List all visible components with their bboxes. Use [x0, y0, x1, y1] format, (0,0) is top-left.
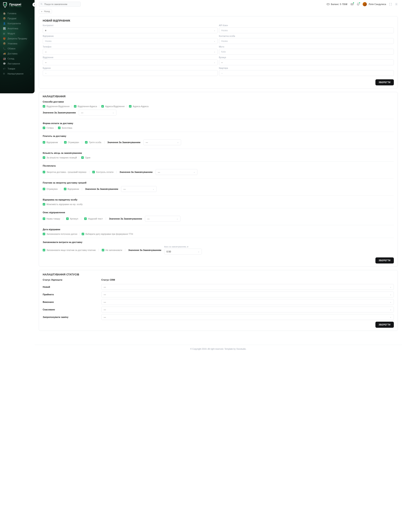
checkbox[interactable]: Наданий текст: [84, 217, 103, 220]
status-select[interactable]: ---⌄: [101, 284, 394, 290]
checkbox[interactable]: Отримувач: [64, 141, 79, 144]
card-status-settings: НАЛАШТУВАННЯ СТАТУСІВ Статус Укрпошти Ст…: [39, 270, 398, 331]
checkbox-label: Адреса-Адреса: [133, 105, 148, 108]
avatar: [363, 2, 367, 6]
sidebar-item-3[interactable]: 📊Аналітика: [0, 26, 35, 31]
branch-select[interactable]: --⌄: [43, 59, 218, 65]
sidebar-item-11[interactable]: 🏷Товари⌄: [0, 66, 35, 71]
default-select[interactable]: ---⌄: [121, 186, 157, 192]
sidebar-item-4[interactable]: ▦Модулі: [0, 31, 35, 36]
delivery-default-select[interactable]: ---⌄: [79, 110, 116, 115]
status-select[interactable]: ---⌄: [101, 299, 394, 305]
default-label: Значення За Замовчуванням: [128, 249, 161, 251]
sidebar-item-2[interactable]: 👤Контрагенти: [0, 21, 35, 26]
search-wrap: [39, 2, 81, 7]
sidebar-item-6[interactable]: 📦Упаковка⌄: [0, 41, 35, 46]
checkbox[interactable]: Зворотна доставка - грошовий переказ: [43, 171, 86, 173]
checkbox[interactable]: За кількістю товарних позицій: [43, 156, 77, 159]
bell-icon[interactable]: [357, 3, 360, 6]
sidebar-item-5[interactable]: 🎁Джерела Продажу: [0, 36, 35, 41]
checkbox[interactable]: Одне: [81, 156, 90, 159]
nav-label: Продажі: [7, 17, 28, 20]
checkbox[interactable]: Готівка: [43, 127, 54, 129]
field-label: Контактна особа: [219, 35, 394, 37]
check-icon: [82, 233, 84, 235]
sidebar-item-8[interactable]: 🚚Доставка⌄: [0, 51, 35, 56]
save-button[interactable]: ЗБЕРЕГТИ: [375, 322, 394, 328]
logo[interactable]: Продажі Є CRM – є Продажі: [0, 0, 35, 10]
checkbox[interactable]: Відділення-Відділення: [43, 105, 70, 108]
checkbox[interactable]: Відділення-Адреса: [74, 105, 97, 108]
checkbox[interactable]: Відправник: [43, 141, 58, 144]
checkbox[interactable]: Заповнювати поточною датою: [43, 233, 77, 235]
description-header: Опис відправлення: [39, 211, 398, 216]
city-input[interactable]: Київ: [219, 49, 394, 55]
sidebar-item-9[interactable]: 🏭Склад⌄: [0, 56, 35, 61]
separator: [61, 188, 61, 190]
contact-input[interactable]: Назва: [219, 38, 394, 44]
checkbox[interactable]: Відправник: [64, 188, 79, 190]
weight-select[interactable]: 0.50⌄: [164, 249, 202, 254]
status-select[interactable]: ---⌄: [101, 291, 394, 298]
user-menu[interactable]: Лілія Сандулеса: [363, 2, 386, 6]
settings-icon[interactable]: [395, 3, 398, 6]
status-select[interactable]: ---⌄: [101, 314, 394, 320]
sidebar-item-0[interactable]: 🏠Головна: [0, 11, 35, 16]
checkbox[interactable]: Третя особа: [85, 141, 101, 144]
check-icon: [74, 105, 77, 108]
sidebar-item-7[interactable]: 📞Обзвон: [0, 46, 35, 51]
apartment-input[interactable]: --: [219, 70, 394, 76]
checkbox[interactable]: Можливість відправки на юр. особу: [43, 203, 83, 206]
checkbox[interactable]: Контроль оплати: [92, 171, 113, 173]
checkbox-label: Зворотна доставка - грошовий переказ: [46, 171, 86, 173]
checkbox-label: Відділення-Адреса: [78, 105, 97, 108]
checkbox-label: Відправник: [46, 141, 58, 144]
nav-icon: ⚙: [3, 72, 6, 75]
default-select[interactable]: ---⌄: [143, 139, 181, 145]
building-input[interactable]: --: [43, 70, 218, 76]
checkbox[interactable]: Не заповнювати: [102, 249, 122, 251]
checkbox[interactable]: Адреса-Адреса: [129, 105, 148, 108]
default-select[interactable]: ---⌄: [145, 216, 180, 222]
sender-select[interactable]: Назва⌄: [43, 38, 218, 44]
nav-icon: 💬: [3, 62, 6, 65]
checkbox-label: За кількістю товарних позицій: [46, 156, 77, 159]
default-label: Значення За Замовчуванням: [43, 111, 76, 114]
sidebar-item-10[interactable]: 💬Листування⌄: [0, 61, 35, 66]
api_key-input[interactable]: Назва: [219, 27, 394, 33]
mail-icon[interactable]: [351, 3, 354, 6]
checkbox[interactable]: Отримувач: [43, 188, 58, 190]
default-select[interactable]: ---⌄: [156, 169, 198, 175]
save-button[interactable]: ЗБЕРЕГТИ: [375, 79, 394, 85]
balance[interactable]: Баланс: 5 700₴: [327, 3, 348, 6]
sidebar-item-1[interactable]: 📦Продажі⌄: [0, 16, 35, 21]
separator: [99, 249, 99, 251]
checkbox[interactable]: Адреса-Відділення: [101, 105, 125, 108]
phone-select[interactable]: --⌄: [43, 49, 218, 55]
checkbox[interactable]: Артикул: [66, 217, 78, 220]
street-input[interactable]: --: [219, 59, 394, 65]
nav-icon: 📦: [3, 17, 6, 20]
checkbox[interactable]: Заповнювати якщо платник за доставку пла…: [43, 249, 96, 251]
status-select[interactable]: ---⌄: [101, 307, 394, 312]
sidebar-collapse-button[interactable]: [32, 2, 37, 7]
back-button[interactable]: Назад: [39, 9, 52, 14]
separator: [82, 141, 82, 144]
save-button[interactable]: ЗБЕРЕГТИ: [375, 257, 394, 264]
sidebar: Продажі Є CRM – є Продажі 🏠Головна📦Прода…: [0, 0, 35, 93]
checkbox-label: Заповнювати поточною датою: [46, 233, 77, 235]
separator: [82, 188, 82, 190]
check-icon: [84, 217, 87, 220]
fullscreen-icon[interactable]: [389, 3, 392, 6]
separator: [61, 141, 61, 144]
checkbox[interactable]: Вибирати дату відправки при формуванні Т…: [82, 233, 133, 235]
sidebar-item-12[interactable]: ⚙Налаштування⌄: [0, 71, 35, 76]
checkbox[interactable]: Безготівка: [58, 127, 72, 129]
check-icon: [43, 127, 45, 129]
nav-icon: 📞: [3, 47, 6, 50]
checkbox[interactable]: Назва товару: [43, 217, 60, 220]
search-input[interactable]: [39, 2, 81, 7]
nav-label: Обзвон: [7, 47, 32, 50]
contragent-select[interactable]: я⌄: [43, 27, 218, 33]
back-payer-header: Платник за зворотну доставку грошей: [39, 181, 398, 186]
